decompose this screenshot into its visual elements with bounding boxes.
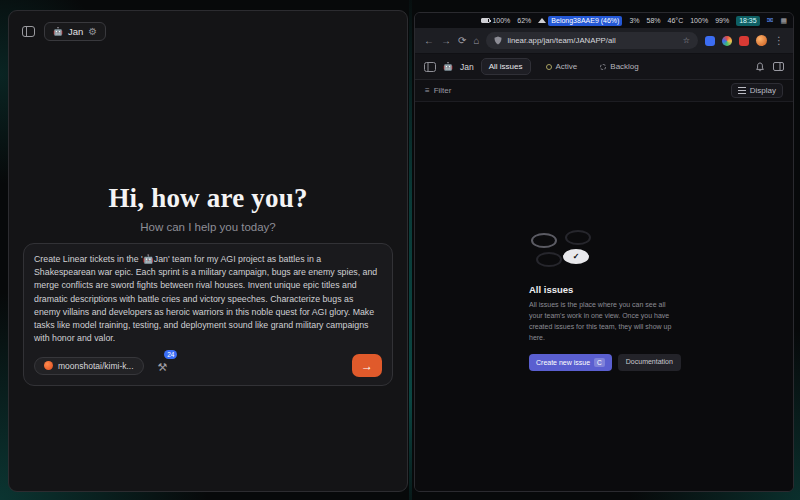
desktop-glow-seam (409, 0, 412, 500)
ring-icon (565, 230, 591, 245)
forward-button[interactable]: → (441, 36, 451, 46)
filter-icon: ≡ (425, 86, 430, 95)
ring-check-icon: ✓ (563, 249, 589, 264)
tools-count-badge: 24 (164, 350, 177, 359)
linear-filter-bar: ≡ Filter Display (415, 80, 793, 102)
display-button[interactable]: Display (731, 83, 783, 98)
extension-icon-colorful[interactable] (722, 36, 732, 46)
assistant-name: Jan (68, 26, 83, 37)
battery-percent: 100% (492, 17, 510, 24)
ring-icon (531, 233, 557, 248)
back-button[interactable]: ← (424, 36, 434, 46)
battery-status: 100% (481, 17, 510, 24)
moonshot-logo-icon (44, 361, 53, 370)
greeting-title: Hi, how are you? (9, 183, 407, 214)
cpu-status: 3% (629, 17, 639, 24)
send-button[interactable]: → (352, 354, 382, 377)
notifications-bell-icon[interactable] (755, 62, 765, 72)
mail-icon[interactable]: ✉ (767, 16, 774, 25)
bookmark-star-icon[interactable]: ☆ (683, 36, 690, 45)
jan-header: 🤖 Jan ⚙ (9, 11, 407, 52)
linear-header: 🤖 Jan All issues Active Backlog (415, 54, 793, 80)
reload-button[interactable]: ⟳ (458, 36, 466, 46)
volume-status: 100% (690, 17, 708, 24)
display-options-icon (738, 87, 746, 94)
side-panel-icon[interactable] (773, 62, 784, 71)
temperature-status: 46°C (668, 17, 684, 24)
linear-sidebar-toggle-icon[interactable] (424, 62, 436, 72)
url-text: linear.app/jan/team/JANAPP/all (507, 36, 677, 45)
wifi-icon (538, 18, 546, 23)
sidebar-toggle-icon[interactable] (22, 26, 35, 37)
clock: 18:35 (736, 16, 760, 26)
browser-menu-icon[interactable]: ⋮ (774, 36, 784, 46)
tools-icon: ⚒ (158, 361, 168, 373)
wifi-status: Belong38AAE9 (46%) (538, 16, 622, 26)
display-label: Display (750, 86, 776, 95)
model-name: moonshotai/kimi-k... (58, 361, 134, 371)
linear-content: ✓ All issues All issues is the place whe… (415, 102, 793, 491)
profile-avatar[interactable] (756, 35, 767, 46)
send-arrow-icon: → (361, 359, 373, 373)
network-name: Belong38AAE9 (46%) (548, 16, 622, 26)
tab-backlog[interactable]: Backlog (592, 58, 646, 75)
composer-toolbar: moonshotai/kimi-k... ⚒ 24 → (34, 354, 382, 377)
shortcut-key: C (594, 358, 605, 367)
tab-all-issues[interactable]: All issues (481, 58, 531, 75)
assistant-selector[interactable]: 🤖 Jan ⚙ (44, 22, 106, 41)
tab-all-issues-label: All issues (489, 62, 523, 71)
empty-state-description: All issues is the place where you can se… (529, 300, 679, 343)
app-grid-icon[interactable]: ▦ (780, 17, 787, 25)
robot-icon: 🤖 (53, 28, 63, 36)
create-new-issue-label: Create new issue (536, 359, 590, 366)
brightness-percent: 62% (517, 17, 531, 24)
shield-icon (494, 36, 502, 45)
empty-state-actions: Create new issue C Documentation (529, 354, 679, 371)
extension-icon-red[interactable] (739, 36, 749, 46)
tab-active-label: Active (556, 62, 578, 71)
documentation-button[interactable]: Documentation (618, 354, 681, 371)
active-circle-icon (546, 64, 552, 70)
composer-input[interactable]: Create Linear tickets in the '🤖Jan' team… (34, 253, 382, 345)
tab-backlog-label: Backlog (610, 62, 638, 71)
gear-icon[interactable]: ⚙ (88, 27, 97, 37)
linear-header-actions (755, 62, 784, 72)
battery-icon (481, 18, 490, 23)
all-issues-empty-state: ✓ All issues All issues is the place whe… (529, 230, 679, 371)
brightness-status: 62% (517, 17, 531, 24)
jan-chat-window: 🤖 Jan ⚙ Hi, how are you? How can I help … (8, 10, 408, 492)
filter-label: Filter (434, 86, 452, 95)
memory-status: 58% (647, 17, 661, 24)
greeting-subtitle: How can I help you today? (9, 221, 407, 233)
empty-state-illustration: ✓ (531, 230, 603, 272)
check-icon: ✓ (573, 252, 580, 261)
create-new-issue-button[interactable]: Create new issue C (529, 354, 612, 371)
disk-status: 99% (715, 17, 729, 24)
backlog-dashed-circle-icon (600, 64, 606, 70)
extension-icon-blue[interactable] (705, 36, 715, 46)
ring-icon (536, 252, 562, 267)
tab-active[interactable]: Active (538, 58, 586, 75)
address-bar[interactable]: linear.app/jan/team/JANAPP/all ☆ (486, 32, 698, 49)
filter-button[interactable]: ≡ Filter (425, 86, 451, 95)
workspace-name: Jan (460, 62, 474, 72)
browser-toolbar: ← → ⟳ ⌂ linear.app/jan/team/JANAPP/all ☆… (415, 28, 793, 54)
browser-window: 100% 62% Belong38AAE9 (46%) 3% 58% 46°C … (414, 12, 794, 492)
tools-button[interactable]: ⚒ 24 (158, 357, 168, 375)
home-button[interactable]: ⌂ (473, 36, 479, 46)
system-status-bar: 100% 62% Belong38AAE9 (46%) 3% 58% 46°C … (415, 13, 793, 28)
empty-state-title: All issues (529, 284, 679, 295)
model-selector[interactable]: moonshotai/kimi-k... (34, 357, 144, 375)
message-composer[interactable]: Create Linear tickets in the '🤖Jan' team… (23, 243, 393, 386)
robot-icon: 🤖 (443, 63, 453, 71)
